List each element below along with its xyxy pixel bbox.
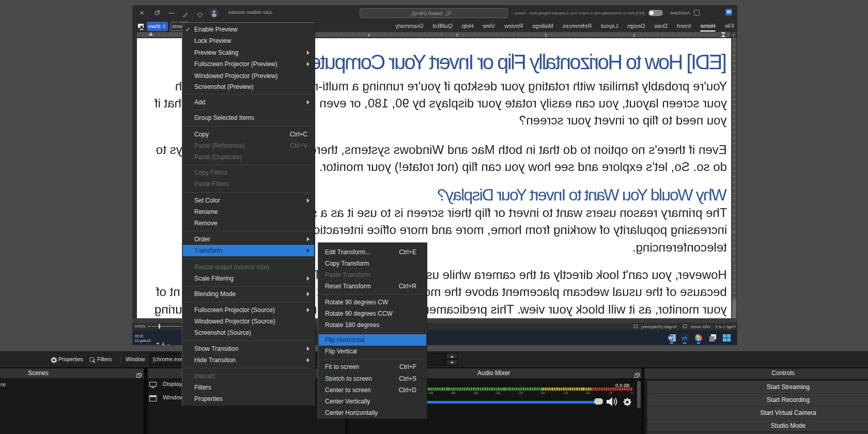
svg-text:W: W	[669, 335, 673, 340]
